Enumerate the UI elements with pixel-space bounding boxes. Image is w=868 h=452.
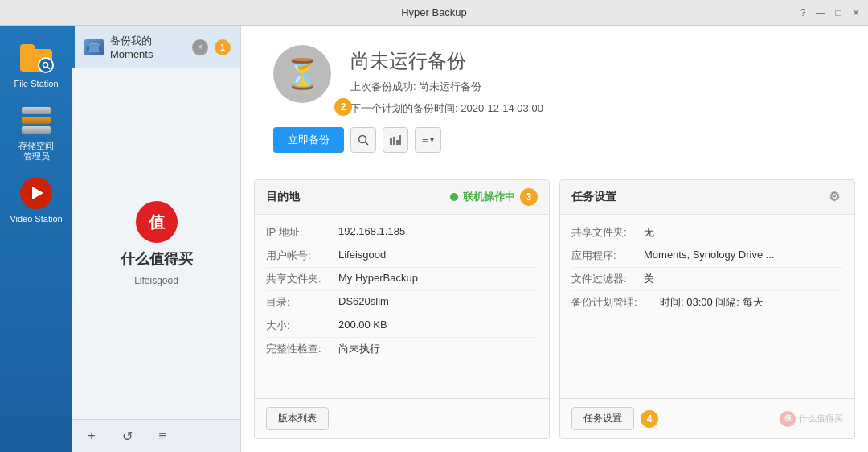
destination-panel-footer: 版本列表	[255, 398, 549, 438]
backup-status-icon: ⏳	[273, 45, 331, 103]
table-row: 大小: 200.00 KB	[266, 314, 538, 338]
list-panel: 备份我的Moments × 1 值 什么值得买 Lifeisgood + ↺ ≡	[72, 26, 241, 452]
sidebar-item-file-station[interactable]: File Station	[4, 34, 68, 96]
row-value: Moments, Synology Drive ...	[644, 249, 775, 263]
app-body: File Station 存储空间 管理员 Video Station	[0, 26, 868, 452]
svg-line-7	[366, 142, 369, 145]
row-value: Lifeisgood	[338, 249, 386, 263]
svg-point-6	[359, 135, 366, 142]
brand-watermark: 值 什么值得买	[780, 411, 843, 427]
table-row: 应用程序: Moments, Synology Drive ...	[571, 244, 843, 268]
row-value: 尚未执行	[338, 342, 380, 356]
row-value: 无	[644, 225, 654, 240]
row-value: 200.00 KB	[338, 318, 387, 333]
row-label: 应用程序:	[571, 249, 644, 263]
table-row: 文件过滤器: 关	[571, 268, 843, 291]
version-list-button[interactable]: 版本列表	[266, 407, 329, 430]
minimize-button[interactable]: —	[815, 7, 826, 18]
svg-point-0	[43, 62, 47, 67]
row-value: 时间: 03:00 间隔: 每天	[660, 295, 764, 310]
table-row: 用户帐号: Lifeisgood	[266, 244, 538, 268]
menu-button[interactable]: ≡	[151, 425, 174, 447]
table-row: 目录: DS620slim	[266, 291, 538, 314]
row-value: My HyperBackup	[338, 272, 418, 286]
backup-last-success: 上次备份成功: 尚未运行备份	[350, 79, 543, 96]
task-panel-footer: 任务设置 4 值 什么值得买	[560, 398, 854, 438]
row-value: 192.168.1.185	[338, 225, 405, 240]
status-online-label: 联机操作中	[463, 190, 515, 204]
chart-button[interactable]	[383, 127, 408, 153]
backup-now-button[interactable]: 立即备份	[273, 127, 344, 153]
video-station-icon	[18, 175, 54, 211]
row-value: DS620slim	[338, 295, 389, 310]
more-options-button[interactable]: ≡ ▾	[415, 127, 441, 153]
task-info-table: 共享文件夹: 无 应用程序: Moments, Synology Drive .…	[560, 215, 854, 398]
sidebar-item-video-station[interactable]: Video Station	[4, 169, 68, 231]
svg-rect-4	[99, 46, 101, 51]
storage-manager-icon	[18, 102, 54, 138]
brand-logo: 值	[136, 201, 178, 243]
brand-title: 什么值得买	[121, 249, 193, 269]
sidebar-item-storage-manager[interactable]: 存储空间 管理员	[4, 96, 68, 168]
svg-rect-8	[390, 138, 392, 145]
backup-item-badge: 1	[215, 39, 231, 55]
row-label: 文件过滤器:	[571, 272, 644, 286]
action-badge-2: 2	[334, 98, 352, 116]
row-label: 完整性检查:	[266, 342, 338, 356]
maximize-button[interactable]: □	[833, 7, 844, 18]
backup-item-label: 备份我的Moments	[110, 34, 186, 60]
table-row: 备份计划管理: 时间: 03:00 间隔: 每天	[571, 291, 843, 314]
title-bar-title: Hyper Backup	[401, 6, 467, 18]
add-backup-button[interactable]: +	[80, 425, 103, 447]
title-bar: Hyper Backup ? — □ ✕	[0, 0, 868, 26]
help-button[interactable]: ?	[797, 7, 809, 18]
destination-title: 目的地	[266, 190, 300, 204]
svg-rect-11	[399, 135, 401, 145]
table-row: 共享文件夹: My HyperBackup	[266, 268, 538, 291]
restore-button[interactable]: ↺	[116, 425, 138, 447]
title-bar-controls: ? — □ ✕	[797, 7, 862, 18]
main-header-row: ⏳ 尚未运行备份 上次备份成功: 尚未运行备份 下一个计划的备份时间: 2020…	[273, 45, 836, 117]
row-label: 用户帐号:	[266, 249, 338, 263]
main-top: ⏳ 尚未运行备份 上次备份成功: 尚未运行备份 下一个计划的备份时间: 2020…	[241, 26, 868, 166]
video-station-label: Video Station	[10, 214, 62, 224]
svg-line-1	[47, 67, 50, 69]
svg-rect-9	[393, 137, 395, 145]
storage-manager-label: 存储空间 管理员	[18, 141, 54, 162]
row-label: IP 地址:	[266, 225, 338, 240]
row-label: 共享文件夹:	[571, 225, 644, 240]
row-label: 大小:	[266, 318, 338, 333]
task-panel-header: 任务设置 ⚙	[560, 180, 854, 215]
destination-panel: 目的地 联机操作中 3 IP 地址: 192.168.1.185	[254, 179, 550, 439]
table-row: 完整性检查: 尚未执行	[266, 338, 538, 360]
task-settings-button[interactable]: 任务设置	[571, 407, 634, 430]
brand-area: 值 什么值得买 Lifeisgood	[72, 68, 240, 419]
svg-rect-10	[396, 140, 399, 145]
hourglass-icon: ⏳	[285, 57, 321, 91]
watermark-logo: 值	[780, 411, 796, 427]
search-backup-button[interactable]	[350, 127, 376, 153]
svg-rect-5	[90, 43, 98, 44]
main-content: ⏳ 尚未运行备份 上次备份成功: 尚未运行备份 下一个计划的备份时间: 2020…	[241, 26, 868, 452]
backup-item-icon	[84, 39, 104, 55]
svg-rect-2	[88, 44, 100, 52]
main-header-text: 尚未运行备份 上次备份成功: 尚未运行备份 下一个计划的备份时间: 2020-1…	[350, 45, 543, 117]
backup-next-scheduled: 下一个计划的备份时间: 2020-12-14 03:00	[350, 101, 543, 117]
status-online-dot	[450, 193, 458, 201]
task-badge-4: 4	[641, 410, 658, 428]
row-value: 关	[644, 272, 654, 286]
brand-subtitle: Lifeisgood	[134, 275, 178, 286]
destination-panel-header: 目的地 联机操作中 3	[255, 180, 549, 215]
row-label: 备份计划管理:	[571, 295, 660, 310]
task-settings-gear-icon[interactable]: ⚙	[825, 188, 843, 206]
task-panel-title: 任务设置	[571, 190, 616, 204]
backup-item-moments[interactable]: 备份我的Moments × 1	[72, 26, 240, 68]
watermark-text: 什么值得买	[799, 413, 843, 425]
close-button[interactable]: ✕	[850, 7, 862, 18]
task-panel: 任务设置 ⚙ 共享文件夹: 无 应用程序: Moments, Synology …	[559, 179, 855, 439]
backup-item-settings-btn[interactable]: ×	[192, 39, 208, 55]
file-station-icon	[18, 40, 54, 76]
row-label: 共享文件夹:	[266, 272, 338, 286]
desktop-sidebar: File Station 存储空间 管理员 Video Station	[0, 26, 72, 452]
table-row: 共享文件夹: 无	[571, 221, 843, 244]
